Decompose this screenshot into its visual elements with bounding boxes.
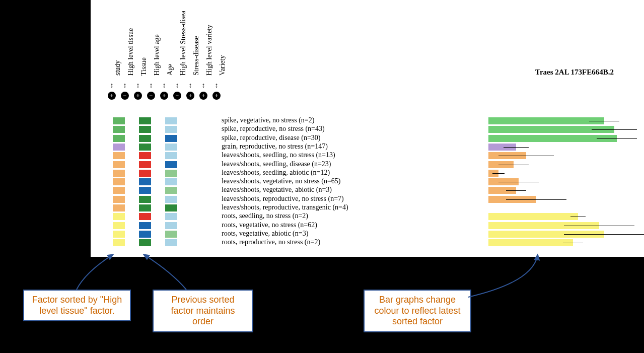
expand-button[interactable]: +: [134, 92, 142, 100]
heat-cell: [113, 204, 125, 211]
expression-bar: [488, 213, 578, 220]
column-controls: ↕+: [199, 82, 207, 100]
sort-arrow-icon[interactable]: ↕: [150, 82, 153, 90]
expand-button[interactable]: +: [199, 92, 207, 100]
expression-panel: study↕+High level tissue↕−Tissue↕+High l…: [91, 0, 644, 257]
sort-arrow-icon[interactable]: ↕: [189, 82, 192, 90]
row-label: leaves/shoots, seedling, abiotic (n=12): [222, 169, 330, 177]
column-controls: ↕+: [108, 82, 116, 100]
heat-cell: [113, 213, 125, 220]
error-bar: [498, 156, 554, 156]
error-bar: [492, 173, 505, 174]
heat-cell: [113, 187, 125, 194]
heat-cell: [139, 161, 151, 168]
heat-cell: [139, 144, 151, 151]
error-bar: [592, 129, 637, 130]
data-row: spike, vegetative, no stress (n=2): [91, 117, 493, 125]
data-row: roots, vegetative, abiotic (n=3): [91, 230, 493, 239]
heat-cell: [165, 161, 177, 168]
error-bar: [563, 243, 583, 243]
row-label: grain, reproductive, no stress (n=147): [222, 143, 328, 151]
heat-cell: [139, 213, 151, 220]
heat-cell: [165, 170, 177, 177]
heat-cell: [139, 126, 151, 133]
error-bar: [597, 138, 637, 139]
heat-cell: [139, 222, 151, 229]
error-bar: [498, 182, 539, 182]
annotation-callout: Bar graphs change colour to reflect late…: [364, 290, 471, 332]
row-label: spike, vegetative, no stress (n=2): [222, 116, 314, 124]
column-label: Tissue: [140, 57, 148, 76]
expand-button[interactable]: +: [108, 92, 116, 100]
expression-bar: [488, 239, 573, 246]
error-bar: [506, 199, 566, 200]
row-label: leaves/shoots, vegetative, abiotic (n=3): [222, 186, 332, 194]
heat-cell: [139, 170, 151, 177]
gene-title: Traes 2AL 173FE664B.2: [535, 68, 614, 77]
column-controls: ↕+: [186, 82, 194, 100]
heat-cell: [165, 231, 177, 238]
error-bar: [498, 165, 529, 165]
row-label: roots, seedling, no stress (n=2): [222, 212, 308, 220]
heat-cell: [113, 117, 125, 124]
sort-arrow-icon[interactable]: ↕: [110, 82, 114, 90]
data-row: leaves/shoots, vegetative, no stress (n=…: [91, 178, 493, 186]
row-label: spike, reproductive, disease (n=30): [222, 134, 320, 142]
column-controls: ↕+: [212, 82, 221, 100]
error-bar: [564, 234, 644, 235]
collapse-button[interactable]: −: [147, 92, 155, 100]
heat-cell: [165, 239, 177, 246]
sort-arrow-icon[interactable]: ↕: [123, 82, 127, 90]
heat-cell: [113, 170, 125, 177]
expand-button[interactable]: +: [212, 92, 221, 100]
heat-cell: [113, 126, 125, 133]
error-bar: [504, 147, 529, 148]
column-label: High level tissue: [127, 28, 135, 76]
row-label: leaves/shoots, reproductive, no stress (…: [222, 195, 344, 203]
heat-cell: [165, 187, 177, 194]
expression-bar: [488, 117, 604, 124]
row-label: roots, reproductive, no stress (n=2): [222, 238, 320, 246]
collapse-button[interactable]: −: [173, 92, 181, 100]
row-label: spike, reproductive, no stress (n=43): [222, 125, 325, 133]
data-row: leaves/shoots, reproductive, transgenic …: [91, 204, 493, 213]
column-controls: ↕−: [147, 82, 155, 100]
expand-button[interactable]: +: [186, 92, 194, 100]
heat-cell: [139, 204, 151, 211]
heat-cell: [165, 213, 177, 220]
heat-cell: [139, 231, 151, 238]
heat-cell: [139, 196, 151, 203]
column-label: High level age: [153, 34, 161, 76]
heat-cell: [139, 178, 151, 185]
sort-arrow-icon[interactable]: ↕: [202, 82, 205, 90]
data-row: spike, reproductive, no stress (n=43): [91, 125, 493, 134]
column-controls: ↕+: [134, 82, 142, 100]
heat-cell: [139, 239, 151, 246]
heat-cell: [165, 117, 177, 124]
column-label: Variety: [219, 55, 227, 76]
row-label: leaves/shoots, vegetative, no stress (n=…: [222, 177, 341, 185]
annotation-callout: Previous sorted factor maintains order: [153, 290, 253, 332]
heat-cell: [113, 161, 125, 168]
heat-cell: [113, 239, 125, 246]
expand-button[interactable]: +: [160, 92, 168, 100]
data-row: roots, reproductive, no stress (n=2): [91, 239, 493, 247]
data-row: grain, reproductive, no stress (n=147): [91, 143, 493, 152]
data-row: roots, vegetative, no stress (n=62): [91, 222, 493, 230]
row-label: leaves/shoots, reproductive, transgenic …: [222, 203, 348, 211]
sort-arrow-icon[interactable]: ↕: [176, 82, 179, 90]
data-row: roots, seedling, no stress (n=2): [91, 213, 493, 221]
sort-arrow-icon[interactable]: ↕: [215, 82, 219, 90]
heat-cell: [139, 135, 151, 142]
sort-arrow-icon[interactable]: ↕: [163, 82, 166, 90]
collapse-button[interactable]: −: [121, 92, 129, 100]
heat-cell: [165, 126, 177, 133]
sort-arrow-icon[interactable]: ↕: [136, 82, 140, 90]
heat-cell: [165, 144, 177, 151]
data-row: leaves/shoots, seedling, abiotic (n=12): [91, 169, 493, 178]
heat-cell: [165, 152, 177, 159]
column-label: High level Stress-disea: [179, 11, 187, 76]
column-controls: ↕−: [173, 82, 181, 100]
column-controls: ↕+: [160, 82, 168, 100]
row-label: roots, vegetative, abiotic (n=3): [222, 230, 308, 238]
